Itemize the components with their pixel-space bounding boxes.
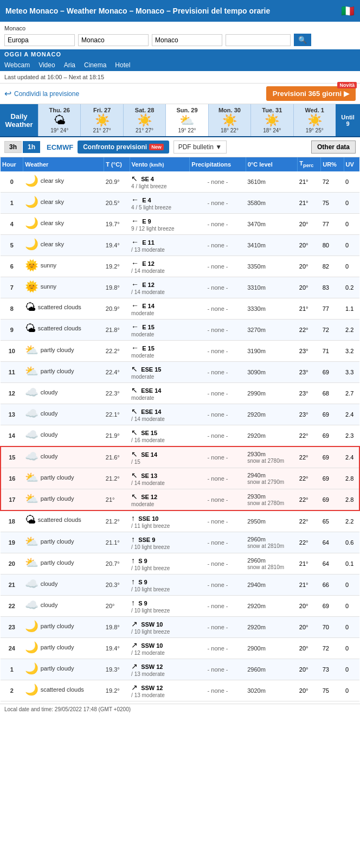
table-row: 5 🌙 clear sky 19.4° ← E 11 / 13 moderate… — [1, 234, 359, 256]
day-name: Tue. 31 — [253, 107, 291, 113]
temp-cell: 22.3° — [104, 382, 130, 404]
day-icon: 🌤 — [40, 113, 79, 127]
nav-video[interactable]: Video — [38, 61, 55, 69]
forecast-controls: 3h 1h ECMWF Confronto previsioni New PDF… — [0, 137, 360, 157]
ur-cell: 72 — [321, 171, 344, 193]
uv-cell: 1.1 — [344, 298, 359, 319]
previsioni-button[interactable]: Novità Previsioni 365 giorni ▶ — [266, 86, 356, 101]
weather-icon: ⛅ — [25, 556, 38, 569]
temp-cell: 19.4° — [104, 637, 130, 659]
uv-cell: 2.4 — [344, 404, 359, 425]
confronto-button[interactable]: Confronto previsioni New — [78, 141, 169, 154]
level-cell: 2940m snow at 2790m — [246, 468, 298, 489]
table-row: 10 ⛅ partly cloudy 22.2° ← E 15 moderate… — [1, 340, 359, 361]
tperc-cell: 23° — [298, 404, 321, 425]
flag-icon: 🇮🇹 — [341, 4, 355, 17]
uv-cell: 0 — [344, 574, 359, 595]
weather-icon: 🌙 — [25, 195, 38, 208]
ur-cell: 80 — [321, 234, 344, 256]
daily-day-6[interactable]: Wed. 1 ☀️ 19° 25° — [293, 104, 336, 136]
table-row: 24 🌙 partly cloudy 19.4° ↗ SSW 10 / 12 m… — [1, 637, 359, 659]
hour-cell: 1 — [1, 659, 23, 680]
weather-desc: sunny — [41, 262, 56, 269]
region-input[interactable] — [4, 34, 75, 46]
previsioni-label: Previsioni 365 giorni — [273, 90, 342, 98]
interval-1h-button[interactable]: 1h — [23, 141, 40, 153]
uv-cell: 2.2 — [344, 319, 359, 340]
daily-day-4[interactable]: Mon. 30 ☀️ 18° 22° — [208, 104, 250, 136]
tperc-cell: 21° — [298, 574, 321, 595]
uv-cell: 0.1 — [344, 553, 359, 574]
daily-day-0[interactable]: Thu. 26 🌤 19° 24° — [38, 104, 80, 136]
weather-icon: ☁️ — [25, 450, 38, 463]
nav-hotel[interactable]: Hotel — [115, 61, 130, 69]
uv-cell: 0.6 — [344, 532, 359, 553]
temp-cell: 21° — [104, 489, 130, 510]
uv-cell: 0 — [344, 680, 359, 701]
country-input[interactable] — [78, 34, 149, 46]
wind-cell: ← E 15 moderate — [130, 340, 190, 361]
ur-cell: 69 — [321, 468, 344, 489]
search-button[interactable]: 🔍 — [294, 34, 311, 46]
weather-desc: clear sky — [41, 199, 64, 205]
day-temps: 19° 25° — [295, 127, 334, 133]
uv-cell: 0 — [344, 637, 359, 659]
nav-aria[interactable]: Aria — [64, 61, 75, 69]
search-input[interactable] — [226, 34, 291, 46]
daily-day-1[interactable]: Fri. 27 ☀️ 21° 27° — [80, 104, 123, 136]
uv-cell: 0 — [344, 659, 359, 680]
level-cell: 2990m — [246, 382, 298, 404]
level-cell: 3470m — [246, 213, 298, 234]
weather-desc: partly cloudy — [41, 665, 74, 672]
hour-cell: 21 — [1, 574, 23, 595]
level-cell: 2920m — [246, 616, 298, 637]
weather-cell: 🌞 sunny — [23, 256, 104, 275]
weather-desc: cloudy — [41, 453, 58, 459]
wind-cell: ← E 9 9 / 12 light breeze — [130, 213, 190, 234]
share-icon: ↩ — [4, 88, 11, 99]
daily-day-3[interactable]: Sun. 29 ⛅ 19° 22° — [165, 104, 208, 136]
ur-cell: 77 — [321, 298, 344, 319]
other-data-label: Other data — [317, 143, 350, 151]
temp-cell: 21.2° — [104, 510, 130, 532]
level-cell: 3410m — [246, 234, 298, 256]
nav-webcam[interactable]: Webcam — [4, 61, 30, 69]
nav-cinema[interactable]: Cinema — [84, 61, 106, 69]
daily-weather-row: DailyWeather Thu. 26 🌤 19° 24° Fri. 27 ☀… — [0, 104, 360, 137]
weather-desc: partly cloudy — [41, 474, 74, 481]
table-row: 4 🌙 clear sky 19.7° ← E 9 9 / 12 light b… — [1, 213, 359, 234]
temp-cell: 19.8° — [104, 616, 130, 637]
day-name: Fri. 27 — [82, 107, 121, 113]
table-row: 14 ☁️ cloudy 21.9° ↖ SE 15 / 16 moderate… — [1, 425, 359, 446]
hour-cell: 9 — [1, 319, 23, 340]
hour-cell: 1 — [1, 192, 23, 213]
wind-cell: ↖ SE 4 4 / light breeze — [130, 171, 190, 193]
tperc-cell: 20° — [298, 595, 321, 616]
day-name: Wed. 1 — [295, 107, 334, 113]
weather-desc: partly cloudy — [41, 559, 74, 566]
col-hour: Hour — [1, 157, 23, 171]
weather-desc: clear sky — [41, 220, 64, 226]
precip-cell: - none - — [190, 234, 246, 256]
interval-3h-button[interactable]: 3h — [4, 141, 22, 153]
pdf-button[interactable]: PDF bulletin ▼ — [173, 141, 227, 154]
uv-cell: 0 — [344, 171, 359, 193]
temp-cell: 19.8° — [104, 277, 130, 298]
city-input[interactable] — [152, 34, 222, 46]
wind-cell: ↖ ESE 14 moderate — [130, 382, 190, 404]
other-data-button[interactable]: Other data — [311, 141, 356, 154]
weather-icon: 🌙 — [25, 662, 38, 675]
share-link[interactable]: ↩ Condividi la previsione — [4, 88, 79, 99]
tperc-cell: 20° — [298, 234, 321, 256]
location-label: Monaco — [4, 25, 356, 31]
temp-cell: 22.4° — [104, 361, 130, 382]
daily-day-2[interactable]: Sat. 28 ☀️ 21° 27° — [123, 104, 165, 136]
ur-cell: 69 — [321, 595, 344, 616]
daily-day-5[interactable]: Tue. 31 ☀️ 18° 24° — [250, 104, 293, 136]
weather-desc: partly cloudy — [41, 644, 74, 650]
weather-cell: ☁️ cloudy — [23, 383, 104, 401]
wind-cell: ↑ SSE 10 / 11 light breeze — [130, 510, 190, 532]
uv-cell: 2.8 — [344, 468, 359, 489]
ur-cell: 75 — [321, 192, 344, 213]
precip-cell: - none - — [190, 192, 246, 213]
